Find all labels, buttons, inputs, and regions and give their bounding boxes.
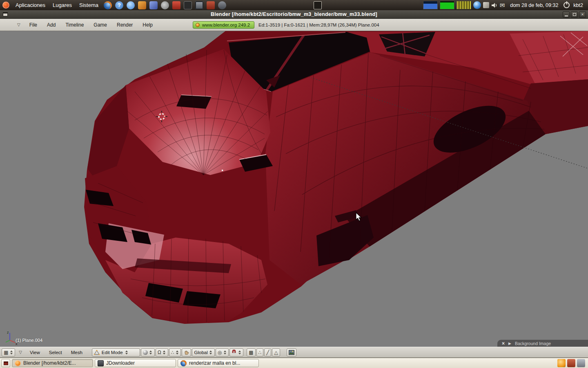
applications-menu[interactable]: Aplicaciones [12,0,49,10]
game-menu[interactable]: Game [89,22,112,28]
places-menu[interactable]: Lugares [49,0,76,10]
add-menu[interactable]: Add [42,22,60,28]
panel-title: Background Image [515,341,551,346]
blender-version-badge[interactable]: www.blender.org 249.2 [193,21,254,29]
manipulator-dropdown[interactable]: ∴ [169,348,181,357]
stepper-icon [175,349,179,356]
orientation-dropdown[interactable]: Global [192,348,214,357]
panel-expand-icon[interactable]: ▶ [508,341,511,346]
viewport-3d[interactable]: z x (1) Plane.004 × ▶ Background Image [0,31,588,347]
pivot-dropdown[interactable]: Ω [156,348,168,357]
chat-icon[interactable] [127,1,135,9]
volume-icon[interactable] [491,2,498,8]
render-preview-button[interactable] [287,348,296,357]
magnet-icon [232,350,236,355]
maximize-icon [573,13,576,16]
hand-icon [184,350,189,355]
network-icon[interactable] [473,1,481,9]
editor-type-button[interactable]: ▦ [2,348,15,357]
close-button[interactable]: × [579,11,586,18]
mail-icon[interactable]: ✉ [500,2,505,8]
music-icon[interactable] [138,1,146,9]
header-collapse-icon[interactable]: ▽ [19,350,22,355]
screenshot-tool-icon[interactable] [314,1,322,9]
orientation-label: Global [194,350,207,355]
face-select-button[interactable]: △ [272,348,280,357]
occlude-icon: ▩ [249,350,253,355]
occlude-selection-button[interactable]: ▩ [247,348,255,357]
circle-icon: ◎ [218,350,222,355]
power-icon[interactable] [564,2,570,8]
maximize-button[interactable] [571,11,578,18]
edge-select-button[interactable]: ╱ [264,348,271,357]
active-object-info: (1) Plane.004 [16,338,42,343]
camera-icon[interactable] [218,1,226,9]
terminal-icon[interactable] [184,1,192,9]
task-label: Blender [/home/kbt2/E... [23,360,76,366]
stepper-icon [149,349,153,356]
cpu-monitor-applet[interactable] [423,1,438,9]
archive-icon[interactable] [207,1,215,9]
ubuntu-logo-icon[interactable] [2,2,9,9]
timeline-menu[interactable]: Timeline [60,22,89,28]
system-menu[interactable]: Sistema [76,0,102,10]
firefox-icon [180,360,187,366]
blender-logo-icon [196,23,200,27]
firefox-icon[interactable] [104,1,112,9]
task-label: renderizar malla en bl... [189,360,240,366]
car-model [84,31,588,324]
graphics-icon[interactable] [149,1,158,9]
video-icon[interactable] [195,1,203,9]
minimize-button[interactable] [563,11,570,18]
window-list-button[interactable] [1,359,10,367]
proportional-edit-dropdown[interactable]: ◎ [216,348,229,357]
edit-mode-icon [94,350,100,355]
header-collapse-icon[interactable]: ▽ [17,22,20,27]
mesh-menu[interactable]: Mesh [67,350,87,355]
file-menu[interactable]: File [24,22,42,28]
minimize-icon [565,16,568,16]
tablet-icon[interactable] [483,2,489,8]
window-title-bar[interactable]: Blender [/home/kbt2/Escritorio/bmw_m3_bl… [0,10,588,19]
user-label[interactable]: kbt2 [572,2,586,8]
snap-dropdown[interactable] [229,348,243,357]
stepper-icon [125,349,129,356]
task-blender[interactable]: Blender [/home/kbt2/E... [12,359,93,367]
pivot-icon: Ω [158,350,161,355]
update-notifier-icon[interactable] [557,359,566,367]
gimp-icon[interactable] [161,1,169,9]
task-jdownloader[interactable]: JDownloader [95,359,176,367]
task-firefox[interactable]: renderizar malla en bl... [178,359,259,367]
window-list-icon [4,361,8,365]
view-menu[interactable]: View [25,350,45,355]
render-image-icon [289,350,294,355]
manipulator-toggle-button[interactable] [182,348,191,357]
memory-monitor-applet[interactable] [440,1,454,9]
scene-stats: Ed:1-3519 | Fa:0-1621 | Mem:28,97M (26,3… [258,22,379,27]
trash-icon[interactable] [577,359,585,367]
stepper-icon [209,349,213,356]
version-text: www.blender.org 249.2 [202,22,250,27]
task-label: JDownloader [106,360,135,366]
frequency-monitor-applet[interactable] [457,1,471,9]
grid-icon: ▦ [4,350,8,355]
draw-type-dropdown[interactable] [141,348,155,357]
vertex-select-button[interactable]: ∴ [256,348,264,357]
face-icon: △ [274,350,278,355]
clock[interactable]: dom 28 de feb, 09:32 [507,2,561,8]
stepper-icon [163,349,166,356]
edge-icon: ╱ [266,350,269,355]
selected-vertex [222,170,223,171]
help-menu[interactable]: Help [138,22,158,28]
help-icon[interactable]: ? [115,1,123,9]
package-icon[interactable] [172,1,180,9]
render-menu[interactable]: Render [112,22,138,28]
vertex-icon: ∴ [258,350,262,355]
select-menu[interactable]: Select [45,350,67,355]
mode-dropdown[interactable]: Edit Mode [92,348,140,357]
panel-close-icon[interactable]: × [502,341,505,346]
sphere-icon [143,350,148,355]
software-channel-icon[interactable] [567,359,575,367]
view3d-header: ▦ ▽ View Select Mesh Edit Mode Ω ∴ Globa… [0,347,588,358]
jdownloader-icon [98,360,104,366]
